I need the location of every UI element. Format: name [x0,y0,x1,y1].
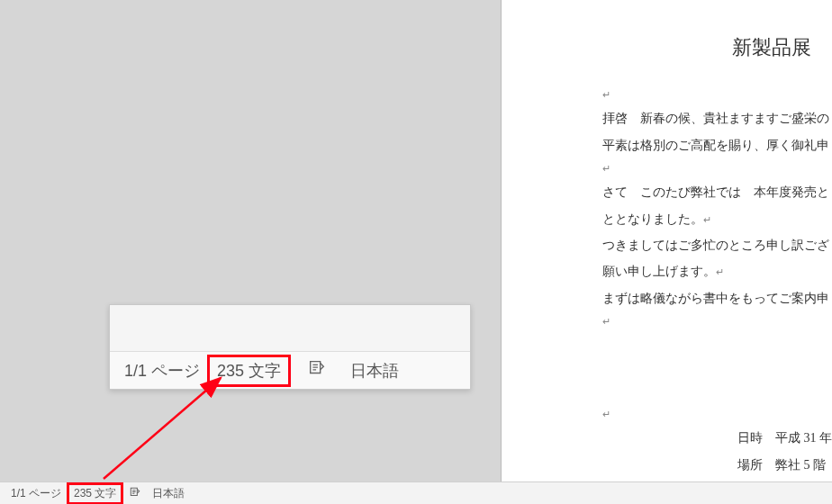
zoomed-status-bar: 1/1 ページ 235 文字 日本語 [110,351,470,389]
doc-line: 願い申し上げます。↵ [602,258,832,284]
proofing-icon[interactable] [300,358,334,382]
doc-line: 拝啓 新春の候、貴社ますますご盛栄の [602,105,832,131]
doc-line: つきましてはご多忙のところ申し訳ござ [602,232,832,258]
doc-line: 平素は格別のご高配を賜り、厚く御礼申 [602,132,832,158]
zoomed-page-info[interactable]: 1/1 ページ [117,360,207,382]
document-title: 新製品展 [512,27,832,68]
main-area: 1/1 ページ 235 文字 日本語 [0,0,832,482]
svg-line-1 [104,378,221,479]
page-info-button[interactable]: 1/1 ページ [5,486,67,501]
doc-date-line: 日時 平成 31 年 [737,425,832,451]
paragraph-mark: ↵ [602,85,832,105]
zoomed-word-count-highlight: 235 文字 [207,355,291,387]
zoomed-language[interactable]: 日本語 [343,360,406,382]
word-count-highlight: 235 文字 [67,482,123,505]
doc-line: まずは略儀ながら書中をもってご案内申 [602,285,832,311]
left-gray-panel: 1/1 ページ 235 文字 日本語 [0,0,501,482]
doc-line: ととなりました。↵ [602,206,832,232]
paragraph-mark: ↵ [602,158,832,179]
zoomed-status-callout: 1/1 ページ 235 文字 日本語 [109,304,471,390]
paragraph-mark: ↵ [602,311,832,332]
zoomed-word-count[interactable]: 235 文字 [217,362,281,380]
proofing-icon[interactable] [123,486,147,501]
status-bar: 1/1 ページ 235 文字 日本語 [0,482,832,504]
paragraph-mark: ↵ [602,404,832,425]
doc-place-line: 場所 弊社 5 階 [737,452,832,478]
language-button[interactable]: 日本語 [147,486,190,501]
document-page[interactable]: 新製品展 ↵ 拝啓 新春の候、貴社ますますご盛栄の 平素は格別のご高配を賜り、厚… [501,0,832,482]
word-count-button[interactable]: 235 文字 [74,487,116,500]
doc-line: さて このたび弊社では 本年度発売と [602,179,832,205]
